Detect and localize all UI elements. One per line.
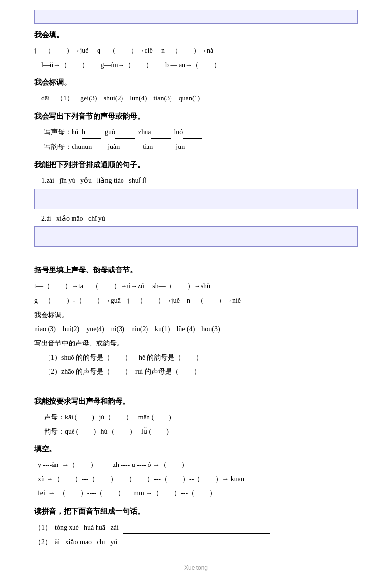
spacer [34, 251, 358, 259]
section8-line2: （2） ài xiǎo māo chī yú [34, 536, 358, 548]
section-wo-hui-tian: 我会填。 j —（ ）→jué q —（ ）→qiě n—（ ）→nà l—ü→… [34, 28, 358, 71]
section4-pinyin2: 2.ài xiǎo māo chī yú [34, 212, 358, 224]
underline-blank: h [82, 126, 101, 139]
section7-line3: fēi → （ ）----（ ） mīn →（ ）---（ ） [34, 487, 358, 499]
section6-title: 我能按要求写出声母和韵母。 [34, 395, 358, 408]
blank [181, 351, 196, 364]
section3-line2: 写韵母：chūnūn juàn tiān jūn [44, 141, 358, 153]
answer-line-1[interactable] [123, 521, 270, 534]
section2-title: 我会标调。 [34, 76, 358, 89]
blank [132, 473, 147, 485]
section3-line1: 写声母：hú_h guò zhuā luó [44, 126, 358, 139]
blank [154, 411, 169, 423]
blank [159, 487, 174, 499]
blank [167, 459, 181, 471]
answer-box-1[interactable] [34, 189, 358, 209]
underline-blank [183, 126, 202, 139]
blank [195, 487, 209, 499]
section1-title: 我会填。 [34, 28, 358, 42]
blank [75, 459, 90, 471]
blank [204, 294, 219, 307]
blank [103, 487, 118, 499]
blank [199, 59, 214, 71]
underline-blank: ūn [85, 141, 104, 153]
blank [77, 411, 92, 423]
section5-biaodiao-content: niao (3) hui(2) yue(4) ni(3) niu(2) ku(1… [34, 323, 358, 335]
blank [178, 45, 193, 57]
underline-blank [187, 141, 206, 153]
section5-xiechu-1: （1）shuō 的的母是（ ） hě 的韵母是（ ） [44, 351, 358, 364]
section5-biaodiao-label: 我会标调。 [34, 309, 358, 321]
section1-line1: j —（ ）→jué q —（ ）→qiě n—（ ）→nà [34, 45, 358, 57]
section5-title: 括号里填上声母、韵母或音节。 [34, 264, 358, 277]
section-shengmu-yunmu: 我会写出下列音节的声母或韵母。 写声母：hú_h guò zhuā luó 写韵… [34, 110, 358, 153]
blank [50, 280, 65, 292]
blank [111, 411, 126, 423]
spacer2 [34, 382, 358, 390]
section8-line1: （1） tóng xué huà huā zài [34, 521, 358, 534]
blank [110, 366, 125, 378]
blank [143, 294, 158, 307]
blank [179, 366, 194, 378]
underline-blank [151, 126, 171, 139]
top-input-box[interactable] [34, 10, 358, 24]
section-kuohao-tian: 括号里填上声母、韵母或音节。 t—（ ）→tā （ ）→ú→zú sh—（ ）→… [34, 264, 358, 378]
section-zuzheng-juzi: 读拼音，把下面音节组成一句话。 （1） tóng xué huà huā zài… [34, 505, 358, 548]
blank [151, 425, 166, 438]
blank [66, 487, 80, 499]
blank [115, 425, 129, 438]
section4-pinyin1: 1.zài jīn yú yǒu liǎng tiáo shuǐ lǐ [34, 174, 358, 187]
section5-xiechu-label: 写出音节中的声母、或韵母。 [34, 337, 358, 349]
section-tiankong: 填空。 y ----àn →（ ） zh ---- u ---- ó →（ ） … [34, 442, 358, 500]
section7-line1: y ----àn →（ ） zh ---- u ---- ó →（ ） [34, 459, 358, 471]
blank [200, 473, 215, 485]
blank [82, 294, 97, 307]
underline-blank [115, 126, 135, 139]
section7-line2: xù →（ ）---（ ） （ ）---（ ）--（ ）→ kuān [34, 473, 358, 485]
blank [110, 351, 125, 364]
blank [131, 59, 146, 71]
section6-shengmu: 声母：kāi ( ) jú（ ） mān ( ) [44, 411, 358, 423]
section-anqiu-xie: 我能按要求写出声母和韵母。 声母：kāi ( ) jú（ ） mān ( ) 韵… [34, 395, 358, 438]
blank [172, 280, 187, 292]
blank [168, 473, 182, 485]
blank [99, 280, 114, 292]
answer-box-2[interactable] [34, 226, 358, 247]
watermark: Xue tong [34, 563, 358, 574]
blank [51, 294, 66, 307]
blank [96, 473, 110, 485]
underline-blank [120, 141, 139, 153]
blank [60, 473, 75, 485]
blank [67, 59, 82, 71]
blank [51, 45, 66, 57]
section2-line1: dāi （1） gei(3) shui(2) lun(4) tian(3) qu… [34, 92, 358, 104]
section5-line1: t—（ ）→tā （ ）→ú→zú sh—（ ）→shù [34, 280, 358, 292]
section1-line2: l—ü→（ ） g—ùn→（ ） b — ān→（ ） [34, 59, 358, 71]
section3-title: 我会写出下列音节的声母或韵母。 [34, 110, 358, 123]
section-biao-diao: 我会标调。 dāi （1） gei(3) shui(2) lun(4) tian… [34, 76, 358, 104]
section7-title: 填空。 [34, 442, 358, 456]
section5-line2: g—（ ）-（ ）→guā j—（ ）→juě n—（ ）→niě [34, 294, 358, 307]
blank [78, 425, 93, 438]
section5-xiechu-2: （2）zhāo 的声母是（ ） rui 的声母是（ ） [44, 366, 358, 378]
blank [116, 45, 131, 57]
section4-title: 我能把下列拼音排成通顺的句子。 [34, 158, 358, 172]
answer-line-2[interactable] [122, 536, 270, 548]
section8-title: 读拼音，把下面音节组成一句话。 [34, 505, 358, 518]
underline-blank [153, 141, 172, 153]
section6-yunmu: 韵母：quě ( ) hù（ ） lǚ ( ) [44, 425, 358, 438]
section-paizheng-juzi: 我能把下列拼音排成通顺的句子。 1.zài jīn yú yǒu liǎng t… [34, 158, 358, 247]
